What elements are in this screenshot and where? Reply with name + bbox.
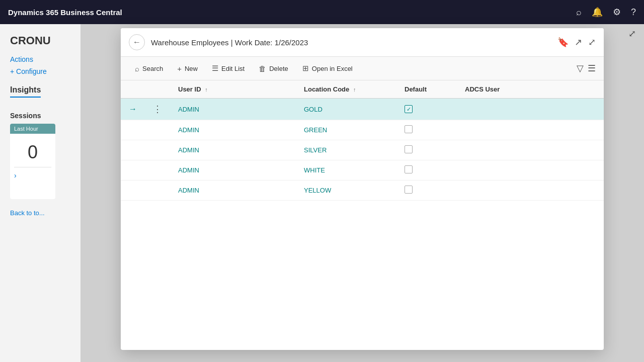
topbar-icons: ⌕ 🔔 ⚙ ? bbox=[576, 7, 636, 18]
cell-location[interactable]: YELLOW bbox=[296, 180, 396, 201]
default-checkbox[interactable] bbox=[405, 186, 413, 194]
default-checkbox[interactable] bbox=[405, 165, 413, 173]
modal-panel: ← Warehouse Employees | Work Date: 1/26/… bbox=[121, 28, 604, 350]
edit-list-btn-label: Edit List bbox=[221, 65, 245, 72]
location-link[interactable]: WHITE bbox=[304, 166, 325, 174]
th-adcs[interactable]: ADCS User bbox=[457, 80, 604, 99]
filter-icon[interactable]: ▽ bbox=[577, 63, 584, 74]
default-checkbox[interactable] bbox=[405, 145, 413, 153]
last-hour-label: Last Hour bbox=[10, 124, 55, 134]
modal-header: ← Warehouse Employees | Work Date: 1/26/… bbox=[121, 28, 604, 57]
table-row[interactable]: ADMINGREEN bbox=[121, 120, 604, 140]
cell-location[interactable]: WHITE bbox=[296, 160, 396, 180]
row-context-menu[interactable] bbox=[145, 140, 170, 160]
location-link[interactable]: SILVER bbox=[304, 146, 327, 154]
employees-table: User ID ↑ Location Code ↑ Default ADCS U… bbox=[121, 80, 604, 201]
sessions-box: Last Hour 0 › bbox=[10, 124, 55, 199]
open-excel-button[interactable]: ⊞ Open in Excel bbox=[296, 61, 359, 76]
cell-default[interactable] bbox=[396, 140, 457, 160]
modal-overlay: ← Warehouse Employees | Work Date: 1/26/… bbox=[80, 24, 644, 362]
cell-adcs bbox=[457, 120, 604, 140]
row-arrow-cell bbox=[121, 180, 145, 201]
cell-adcs bbox=[457, 180, 604, 201]
new-btn-label: New bbox=[185, 65, 198, 72]
app-title: Dynamics 365 Business Central bbox=[8, 8, 122, 17]
cell-default[interactable] bbox=[396, 180, 457, 201]
location-link[interactable]: YELLOW bbox=[304, 187, 331, 194]
excel-btn-icon: ⊞ bbox=[302, 64, 309, 73]
external-link-icon[interactable]: ↗ bbox=[575, 37, 582, 48]
userid-link[interactable]: ADMIN bbox=[178, 166, 199, 174]
search-btn-label: Search bbox=[142, 65, 163, 72]
th-location-label: Location Code bbox=[304, 85, 349, 93]
bookmark-icon[interactable]: 🔖 bbox=[557, 37, 569, 48]
help-icon[interactable]: ? bbox=[631, 7, 636, 18]
table-row[interactable]: ADMINYELLOW bbox=[121, 180, 604, 201]
row-context-menu[interactable] bbox=[145, 180, 170, 201]
row-arrow-cell bbox=[121, 160, 145, 180]
cell-adcs bbox=[457, 140, 604, 160]
table-row[interactable]: ADMINWHITE bbox=[121, 160, 604, 180]
cell-userid[interactable]: ADMIN bbox=[170, 120, 296, 140]
th-default-label: Default bbox=[405, 85, 427, 93]
sessions-chevron-icon[interactable]: › bbox=[10, 167, 55, 184]
row-context-menu[interactable]: ⋮ bbox=[145, 99, 170, 120]
cell-location[interactable]: GOLD bbox=[296, 99, 396, 120]
cell-default[interactable] bbox=[396, 120, 457, 140]
row-arrow-cell bbox=[121, 120, 145, 140]
delete-btn-label: Delete bbox=[269, 65, 288, 72]
th-location[interactable]: Location Code ↑ bbox=[296, 80, 396, 99]
columns-icon[interactable]: ☰ bbox=[588, 63, 596, 74]
userid-link[interactable]: ADMIN bbox=[178, 106, 199, 113]
row-context-menu[interactable] bbox=[145, 120, 170, 140]
modal-title: Warehouse Employees | Work Date: 1/26/20… bbox=[151, 38, 308, 47]
new-button[interactable]: + New bbox=[171, 61, 204, 76]
cell-location[interactable]: GREEN bbox=[296, 120, 396, 140]
modal-header-left: ← Warehouse Employees | Work Date: 1/26/… bbox=[129, 34, 308, 50]
context-menu-icon[interactable]: ⋮ bbox=[153, 104, 162, 114]
delete-button[interactable]: 🗑 Delete bbox=[253, 61, 294, 76]
cell-userid[interactable]: ADMIN bbox=[170, 140, 296, 160]
search-button[interactable]: ⌕ Search bbox=[129, 61, 169, 76]
cell-default[interactable] bbox=[396, 99, 457, 120]
search-btn-icon: ⌕ bbox=[135, 64, 139, 73]
row-arrow-cell bbox=[121, 140, 145, 160]
expand-modal-icon[interactable]: ⤢ bbox=[588, 37, 596, 48]
userid-link[interactable]: ADMIN bbox=[178, 126, 199, 134]
cell-userid[interactable]: ADMIN bbox=[170, 180, 296, 201]
insights-label: Insights bbox=[10, 85, 41, 98]
th-default[interactable]: Default bbox=[396, 80, 457, 99]
bell-icon[interactable]: 🔔 bbox=[592, 7, 603, 18]
table-row[interactable]: ADMINSILVER bbox=[121, 140, 604, 160]
default-checkbox[interactable] bbox=[405, 125, 413, 133]
table-row[interactable]: →⋮ADMINGOLD bbox=[121, 99, 604, 120]
edit-list-button[interactable]: ☰ Edit List bbox=[206, 61, 251, 76]
th-userid[interactable]: User ID ↑ bbox=[170, 80, 296, 99]
cell-location[interactable]: SILVER bbox=[296, 140, 396, 160]
default-checkbox[interactable] bbox=[405, 105, 413, 113]
table-area: User ID ↑ Location Code ↑ Default ADCS U… bbox=[121, 80, 604, 350]
back-button[interactable]: ← bbox=[129, 34, 145, 50]
cell-default[interactable] bbox=[396, 160, 457, 180]
userid-link[interactable]: ADMIN bbox=[178, 187, 199, 194]
location-link[interactable]: GREEN bbox=[304, 126, 327, 134]
row-arrow-cell: → bbox=[121, 99, 145, 120]
cell-userid[interactable]: ADMIN bbox=[170, 99, 296, 120]
cell-adcs bbox=[457, 160, 604, 180]
search-icon[interactable]: ⌕ bbox=[576, 7, 582, 18]
location-link[interactable]: GOLD bbox=[304, 106, 323, 113]
new-btn-icon: + bbox=[177, 64, 182, 73]
cell-userid[interactable]: ADMIN bbox=[170, 160, 296, 180]
modal-header-right: 🔖 ↗ ⤢ bbox=[557, 37, 596, 48]
session-count: 0 bbox=[10, 134, 55, 167]
edit-list-btn-icon: ☰ bbox=[212, 64, 218, 73]
row-context-menu[interactable] bbox=[145, 160, 170, 180]
th-arrow bbox=[121, 80, 145, 99]
th-adcs-label: ADCS User bbox=[465, 85, 500, 93]
toolbar-right: ▽ ☰ bbox=[577, 63, 596, 74]
row-selected-arrow: → bbox=[129, 105, 137, 113]
userid-link[interactable]: ADMIN bbox=[178, 146, 199, 154]
table-header-row: User ID ↑ Location Code ↑ Default ADCS U… bbox=[121, 80, 604, 99]
settings-icon[interactable]: ⚙ bbox=[613, 7, 621, 18]
toolbar: ⌕ Search + New ☰ Edit List 🗑 Delete ⊞ Op… bbox=[121, 57, 604, 80]
